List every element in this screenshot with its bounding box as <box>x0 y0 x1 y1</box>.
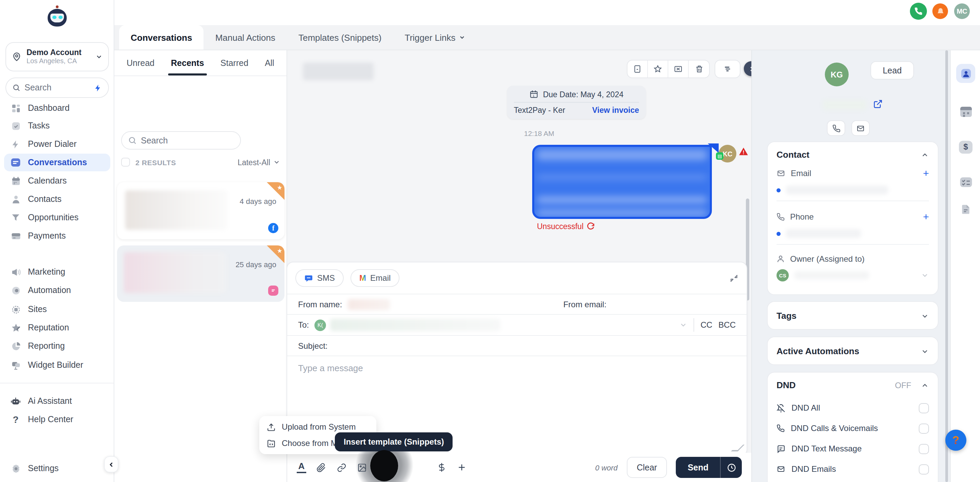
strip-tasks-tab[interactable] <box>956 173 975 192</box>
chevron-down-icon <box>459 34 466 41</box>
subtab-starred[interactable]: Starred <box>218 50 251 76</box>
bcc-button[interactable]: BCC <box>718 320 736 330</box>
strip-notes-tab[interactable] <box>956 200 975 219</box>
dnd-calls-row: DND Calls & Voicemails <box>768 418 938 439</box>
from-name-label: From name: <box>298 300 342 309</box>
sidebar-item-automation[interactable]: Automation <box>4 281 110 299</box>
sidebar-item-contacts[interactable]: Contacts <box>4 190 110 208</box>
message-body-input[interactable]: Type a message <box>287 355 746 383</box>
help-center-icon: ? <box>10 414 21 425</box>
subtab-all[interactable]: All <box>262 50 277 76</box>
dnd-calls-checkbox[interactable] <box>919 423 929 433</box>
resize-handle[interactable] <box>731 445 745 452</box>
sms-bubble-icon <box>268 285 278 296</box>
conversation-item-2[interactable]: ★ 25 days ago <box>117 246 285 302</box>
sidebar-item-tasks[interactable]: Tasks <box>4 117 110 135</box>
mark-unread-mail-icon[interactable] <box>668 60 689 78</box>
more-plus-icon[interactable] <box>456 462 468 472</box>
sidebar-item-help-center[interactable]: ? Help Center <box>4 411 110 428</box>
cc-button[interactable]: CC <box>701 320 713 330</box>
contact-section-header[interactable]: Contact <box>768 142 938 167</box>
view-invoice-link[interactable]: View invoice <box>592 106 639 114</box>
filter-lines-icon[interactable] <box>715 60 740 78</box>
sidebar-item-settings[interactable]: Settings <box>4 460 110 477</box>
panel-scrollbar[interactable] <box>945 50 948 482</box>
add-phone-button[interactable]: + <box>923 211 929 222</box>
star-icon[interactable] <box>648 60 668 78</box>
tab-trigger-links[interactable]: Trigger Links <box>393 25 477 50</box>
notifications-bell-button[interactable] <box>932 3 948 19</box>
user-avatar[interactable]: MC <box>954 3 970 19</box>
email-value-row[interactable] <box>768 186 938 194</box>
sidebar-item-payments[interactable]: Payments <box>4 227 110 245</box>
dnd-all-checkbox[interactable] <box>919 403 929 413</box>
strip-contact-tab[interactable] <box>956 64 975 83</box>
tab-templates-snippets[interactable]: Templates (Snippets) <box>287 25 393 50</box>
gmail-icon: M <box>360 273 366 283</box>
clear-button[interactable]: Clear <box>627 457 667 478</box>
redacted-conversation-preview <box>124 252 226 293</box>
dnd-section-header[interactable]: DND OFF <box>768 373 938 398</box>
delivery-error-warning-icon[interactable] <box>738 147 749 156</box>
subtab-unread[interactable]: Unread <box>124 50 157 76</box>
add-email-button[interactable]: + <box>923 167 929 179</box>
channel-tab-email[interactable]: M Email <box>350 269 399 287</box>
send-button[interactable]: Send <box>676 457 720 478</box>
help-button[interactable]: ? <box>945 430 966 451</box>
recipient-dropdown-chevron-icon[interactable] <box>679 321 688 329</box>
subject-row[interactable]: Subject: <box>287 335 746 355</box>
trash-icon[interactable] <box>689 60 709 78</box>
power-dialer-icon <box>10 139 21 149</box>
tab-manual-actions[interactable]: Manual Actions <box>204 25 287 50</box>
link-icon[interactable] <box>336 463 347 472</box>
sidebar-collapse-button[interactable] <box>104 456 118 472</box>
sidebar-item-opportunities[interactable]: Opportunities <box>4 209 110 227</box>
phone-value-row[interactable] <box>768 229 938 238</box>
reporting-icon <box>10 341 21 352</box>
sort-selector[interactable]: Latest-All <box>237 158 280 166</box>
sidebar-item-conversations[interactable]: Conversations <box>4 154 110 171</box>
retry-icon[interactable] <box>587 222 595 230</box>
strip-payments-tab[interactable]: $ <box>956 137 975 156</box>
redacted-from-name[interactable] <box>347 299 390 310</box>
account-switcher[interactable]: Demo Account Los Angeles, CA <box>5 42 109 71</box>
recipient-avatar: K( <box>314 319 326 331</box>
dnd-text-checkbox[interactable] <box>919 444 929 454</box>
sidebar-item-reporting[interactable]: Reporting <box>4 337 110 355</box>
conversation-search-input[interactable]: Search <box>121 131 241 149</box>
tags-section-header[interactable]: Tags <box>768 302 938 328</box>
contact-type-button[interactable]: Lead <box>870 61 914 79</box>
sidebar-item-ai-assistant[interactable]: Ai Assistant <box>4 392 110 410</box>
redacted-recipient[interactable] <box>330 319 500 331</box>
attachment-paperclip-icon[interactable] <box>315 463 327 472</box>
sidebar-item-dashboard[interactable]: Dashboard <box>4 99 110 117</box>
schedule-send-clock-icon[interactable] <box>720 457 742 478</box>
sidebar-search-input[interactable]: Search <box>5 78 109 98</box>
text-format-icon[interactable]: A <box>297 462 306 473</box>
email-contact-button[interactable] <box>851 121 870 136</box>
subtab-recents[interactable]: Recents <box>168 50 207 76</box>
sidebar-item-calendars[interactable]: Calendars <box>4 172 110 190</box>
question-mark-icon: ? <box>953 433 959 447</box>
quick-action-bolt-icon[interactable] <box>94 83 102 92</box>
dnd-emails-checkbox[interactable] <box>919 464 929 474</box>
sidebar-item-sites[interactable]: Sites <box>4 300 110 318</box>
channel-tab-sms[interactable]: SMS <box>295 269 344 287</box>
conversation-item-1[interactable]: ★ 4 days ago f <box>117 182 285 239</box>
sidebar-item-reputation[interactable]: Reputation <box>4 319 110 336</box>
sidebar-item-widget-builder[interactable]: Widget Builder <box>4 356 110 374</box>
sidebar-item-marketing[interactable]: Marketing <box>4 263 110 281</box>
tab-conversations[interactable]: Conversations <box>119 25 204 50</box>
open-contact-external-link-icon[interactable] <box>873 99 883 109</box>
send-button-group[interactable]: Send <box>676 457 742 478</box>
sidebar-item-power-dialer[interactable]: Power Dialer <box>4 135 110 153</box>
dialer-phone-button[interactable] <box>910 3 927 20</box>
archive-icon[interactable] <box>627 60 648 78</box>
payment-request-dollar-icon[interactable] <box>436 462 447 472</box>
select-all-checkbox[interactable] <box>121 158 130 166</box>
owner-value-row[interactable]: CS <box>768 269 938 281</box>
collapse-composer-icon[interactable] <box>730 274 738 282</box>
automations-section-header[interactable]: Active Automations <box>768 337 938 364</box>
call-contact-button[interactable] <box>827 121 845 136</box>
strip-appointments-tab[interactable] <box>956 102 975 121</box>
